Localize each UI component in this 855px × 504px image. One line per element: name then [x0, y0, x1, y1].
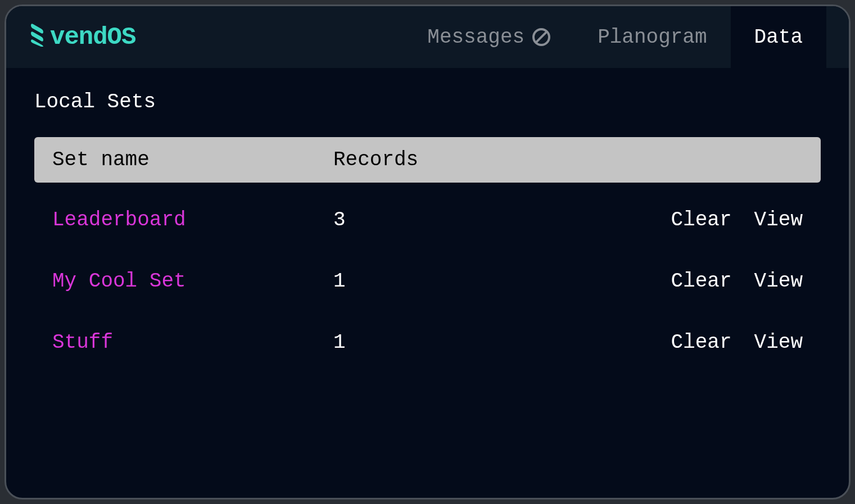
nav: Messages Planogram Data: [404, 6, 826, 68]
logo: vendOS: [29, 22, 404, 53]
table-body: Leaderboard 3 Clear View My Cool Set 1 C…: [34, 183, 821, 373]
nav-messages[interactable]: Messages: [404, 6, 574, 68]
set-name[interactable]: Leaderboard: [52, 208, 333, 231]
prohibit-icon: [532, 28, 550, 46]
row-actions: Clear View: [671, 331, 803, 354]
set-records: 1: [333, 331, 671, 354]
nav-label: Planogram: [598, 26, 707, 49]
set-records: 1: [333, 270, 671, 293]
view-button[interactable]: View: [754, 270, 803, 293]
sets-table: Set name Records Leaderboard 3 Clear Vie…: [34, 137, 821, 373]
nav-label: Messages: [427, 26, 524, 49]
column-header-records: Records: [333, 148, 803, 171]
content: Local Sets Set name Records Leaderboard …: [6, 68, 849, 498]
nav-data[interactable]: Data: [731, 6, 826, 68]
view-button[interactable]: View: [754, 331, 803, 354]
app-window: vendOS Messages Planogram Data Local Set…: [4, 4, 851, 500]
header: vendOS Messages Planogram Data: [6, 6, 849, 68]
table-row: Leaderboard 3 Clear View: [34, 189, 821, 251]
section-title: Local Sets: [34, 90, 821, 113]
column-header-name: Set name: [52, 148, 333, 171]
row-actions: Clear View: [671, 270, 803, 293]
logo-icon: [29, 22, 46, 53]
set-name[interactable]: Stuff: [52, 331, 333, 354]
set-records: 3: [333, 208, 671, 231]
clear-button[interactable]: Clear: [671, 208, 732, 231]
clear-button[interactable]: Clear: [671, 331, 732, 354]
table-row: Stuff 1 Clear View: [34, 312, 821, 373]
nav-label: Data: [754, 26, 803, 49]
set-name[interactable]: My Cool Set: [52, 270, 333, 293]
view-button[interactable]: View: [754, 208, 803, 231]
row-actions: Clear View: [671, 208, 803, 231]
logo-text: vendOS: [50, 23, 135, 51]
table-header: Set name Records: [34, 137, 821, 183]
table-row: My Cool Set 1 Clear View: [34, 251, 821, 312]
clear-button[interactable]: Clear: [671, 270, 732, 293]
nav-planogram[interactable]: Planogram: [574, 6, 730, 68]
